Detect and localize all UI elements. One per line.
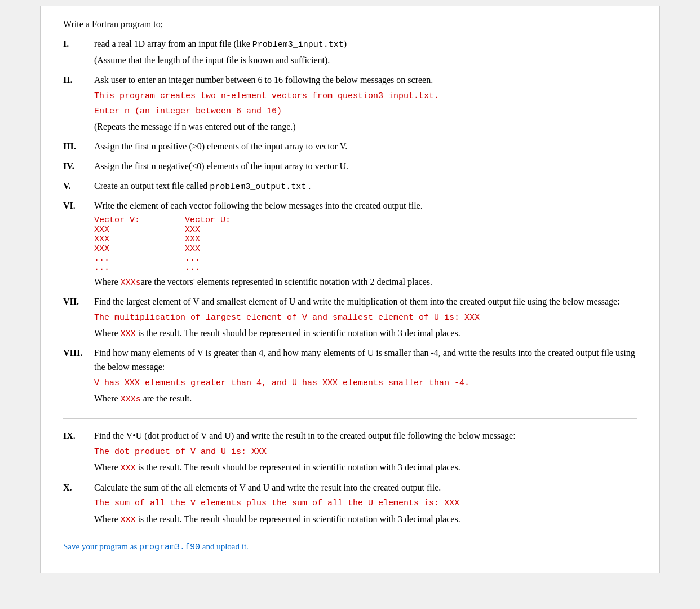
item-IV-content: Assign the first n negative(<0) elements… <box>94 160 637 176</box>
item-VIII-content: Find how many elements of V is greater t… <box>94 346 637 408</box>
item-IX-number: IX. <box>63 431 94 441</box>
item-VI-content: Write the element of each vector followi… <box>94 199 637 292</box>
item-III-content: Assign the first n positive (>0) element… <box>94 140 637 156</box>
page-container: Write a Fortran program to; I. read a re… <box>40 6 660 573</box>
item-VII-content: Find the largest element of V and smalle… <box>94 295 637 343</box>
item-VIII-number: VIII. <box>63 348 94 358</box>
item-V-content: Create an output text file called proble… <box>94 179 637 196</box>
item-X-number: X. <box>63 483 94 493</box>
item-II-content: Ask user to enter an integer number betw… <box>94 73 637 136</box>
item-I-number: I. <box>63 39 94 49</box>
item-V: V. Create an output text file called pro… <box>63 179 637 196</box>
vector-v-col: Vector V: XXX XXX XXX ... ... <box>94 215 140 273</box>
item-II: II. Ask user to enter an integer number … <box>63 73 637 136</box>
item-I-content: read a real 1D array from an input file … <box>94 37 637 70</box>
item-VI: VI. Write the element of each vector fol… <box>63 199 637 292</box>
item-IX-content: Find the V•U (dot product of V and U) an… <box>94 429 637 477</box>
vector-u-col: Vector U: XXX XXX XXX ... ... <box>185 215 231 273</box>
item-I: I. read a real 1D array from an input fi… <box>63 37 637 70</box>
item-VII-number: VII. <box>63 297 94 307</box>
item-X-content: Calculate the sum of the all elements of… <box>94 481 637 529</box>
item-II-number: II. <box>63 75 94 85</box>
section-divider <box>63 418 637 419</box>
item-IX: IX. Find the V•U (dot product of V and U… <box>63 429 637 477</box>
vector-table: Vector V: XXX XXX XXX ... ... Vector U: … <box>94 215 637 273</box>
intro-text: Write a Fortran program to; <box>63 17 637 32</box>
item-V-number: V. <box>63 181 94 191</box>
item-VII: VII. Find the largest element of V and s… <box>63 295 637 343</box>
item-III: III. Assign the first n positive (>0) el… <box>63 140 637 156</box>
item-VI-number: VI. <box>63 201 94 211</box>
item-VIII: VIII. Find how many elements of V is gre… <box>63 346 637 408</box>
item-X: X. Calculate the sum of the all elements… <box>63 481 637 529</box>
item-IV: IV. Assign the first n negative(<0) elem… <box>63 160 637 176</box>
item-III-number: III. <box>63 142 94 152</box>
item-IV-number: IV. <box>63 161 94 171</box>
save-line: Save your program as program3.f90 and up… <box>63 540 637 554</box>
